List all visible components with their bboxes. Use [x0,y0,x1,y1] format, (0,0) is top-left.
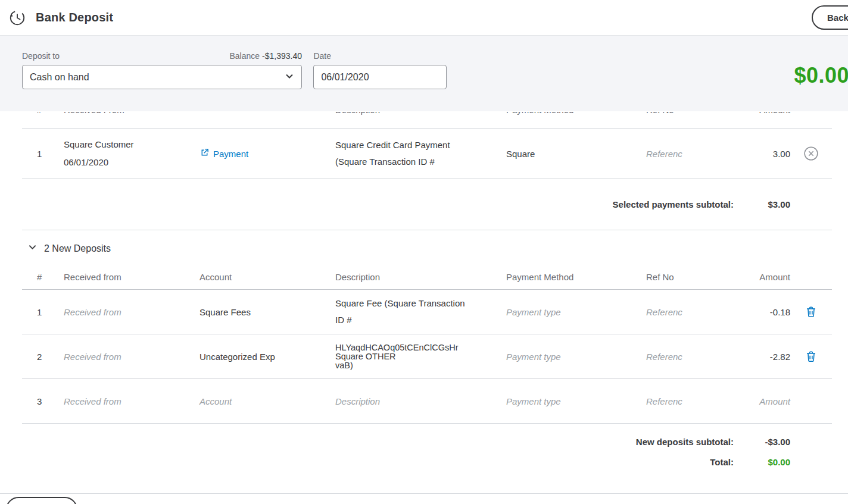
account-field[interactable]: Account [199,396,335,406]
col-ref-no: Ref No [646,272,741,282]
description-field[interactable]: Description [335,396,506,406]
selected-payments-subtotal: Selected payments subtotal: $3.00 [22,179,832,230]
selected-payments-table: 1 Square Customer 06/01/2020 Payment Squ… [22,128,832,179]
section-divider [22,230,832,230]
total-value: $0.00 [734,457,790,467]
clipped-col-amount: Amount [741,112,790,115]
new-deposits-subtotal-value: -$3.00 [734,437,790,447]
payment-link[interactable]: Payment [199,148,248,159]
clipped-col-received: Received From [64,112,199,115]
received-from-field[interactable]: Received from [64,352,199,362]
date-input[interactable] [313,65,447,89]
chevron-down-icon [285,71,294,83]
ref-no-field[interactable]: Referenc [646,307,741,317]
back-button[interactable]: Back [812,5,848,30]
external-link-icon [199,148,210,159]
amount-field[interactable]: -0.18 [741,307,790,317]
received-from-cell: Square Customer 06/01/2020 [64,136,199,171]
received-from-field[interactable]: Received from [64,307,199,317]
col-account: Account [199,272,335,282]
balance-text: Balance-$1,393.40 [229,51,302,61]
deposit-to-label: Deposit to [22,51,60,61]
col-received-from: Received from [64,272,199,282]
payment-date: 06/01/2020 [64,157,108,167]
account-field[interactable]: Uncategorized Exp [199,352,335,362]
selected-subtotal-label: Selected payments subtotal: [613,199,734,209]
row-number: 3 [22,396,64,406]
balance-label: Balance [229,51,260,61]
payment-link-cell: Payment [199,148,335,159]
deposit-total-amount: $0.00 [794,63,848,88]
received-from-field[interactable]: Received from [64,396,199,406]
deposit-to-select[interactable]: Cash on hand [22,65,302,89]
ref-no-field[interactable]: Referenc [646,352,741,362]
ref-no-field[interactable]: Referenc [646,396,741,406]
payment-method-cell: Square [506,149,646,159]
ref-no-field[interactable]: Referenc [646,149,741,159]
delete-row-button[interactable] [805,350,818,363]
new-deposits-section-toggle[interactable]: 2 New Deposits [28,243,832,254]
clipped-col-num: # [22,112,64,115]
totals-block: New deposits subtotal: -$3.00 Total: $0.… [22,437,832,467]
payment-link-label: Payment [213,149,248,159]
page-title: Bank Deposit [36,11,113,24]
new-deposits-table: # Received from Account Description Paym… [22,265,832,424]
account-field[interactable]: Square Fees [199,307,335,317]
amount-field[interactable]: -2.82 [741,352,790,362]
description-field[interactable]: Square Fee (Square Transaction ID # [335,295,506,328]
footer-button[interactable] [6,497,77,504]
balance-value: -$1,393.40 [262,51,302,61]
selected-payments-clipped-header: # Received From Description Payment Meth… [22,112,832,121]
table-row: 1 Square Customer 06/01/2020 Payment Squ… [22,129,832,179]
top-bar: Bank Deposit Back [0,0,848,36]
col-payment-method: Payment Method [506,272,646,282]
remove-payment-button[interactable] [803,146,819,161]
total-label: Total: [710,457,734,467]
selected-subtotal-value: $3.00 [734,199,790,209]
description-field[interactable]: HLYaqdHCAOq05tCEnClCGsHr Square OTHER va… [335,343,506,370]
main-content: # Received From Description Payment Meth… [22,112,832,467]
chevron-down-icon [28,243,37,254]
date-label: Date [313,51,331,61]
payment-method-field[interactable]: Payment type [506,307,646,317]
customer-name: Square Customer [64,139,134,149]
table-row: 2 Received from Uncategorized Exp HLYaqd… [22,334,832,379]
deposit-to-value: Cash on hand [30,72,89,83]
clipped-col-description: Description [335,112,506,115]
section-title: 2 New Deposits [44,243,111,254]
clipped-col-payment-method: Payment Method [506,112,646,115]
row-number: 1 [22,307,64,317]
new-deposits-subtotal-label: New deposits subtotal: [636,437,734,447]
col-num: # [22,272,64,282]
col-amount: Amount [741,272,790,282]
delete-row-button[interactable] [805,305,818,318]
footer-divider [0,493,848,494]
payment-method-field[interactable]: Payment type [506,352,646,362]
recent-transactions-icon[interactable] [8,9,26,27]
description-cell: Square Credit Card Payment (Square Trans… [335,137,506,170]
table-header-row: # Received from Account Description Paym… [22,265,832,290]
row-number: 1 [22,149,64,159]
deposit-form-band: Deposit to Balance-$1,393.40 Cash on han… [0,36,848,111]
table-row: 1 Received from Square Fees Square Fee (… [22,290,832,334]
row-number: 2 [22,352,64,362]
table-row: 3 Received from Account Description Paym… [22,379,832,424]
payment-method-field[interactable]: Payment type [506,396,646,406]
amount-cell: 3.00 [741,149,790,159]
col-description: Description [335,272,506,282]
clipped-col-refno: Ref No [646,112,741,115]
amount-field[interactable]: Amount [741,396,790,406]
